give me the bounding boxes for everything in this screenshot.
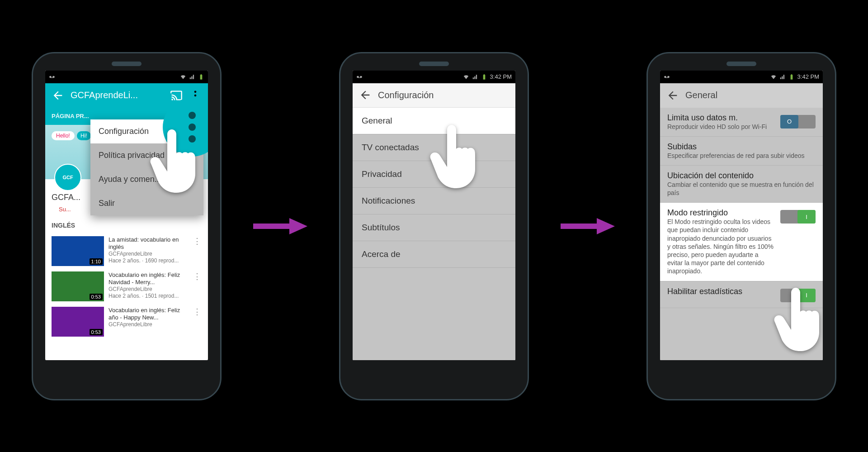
back-button[interactable]: [666, 89, 679, 102]
switch-restricted-mode[interactable]: I: [780, 210, 816, 224]
settings-list: General TV conectadas Privacidad Notific…: [353, 108, 515, 360]
setting-description: Especificar preferencias de red para sub…: [667, 152, 816, 160]
app-bar: General: [660, 83, 823, 108]
screen-1: GCFAprendeLi... PÁGINA PR... Hello! Hi! …: [45, 71, 208, 360]
video-thumbnail: 1:10: [52, 236, 104, 266]
battery-icon: [788, 74, 795, 80]
appbar-title: GCFAprendeLi...: [71, 90, 164, 100]
back-button[interactable]: [359, 89, 372, 101]
signal-icon: [189, 74, 195, 80]
battery-icon: [198, 74, 204, 80]
video-overflow[interactable]: ⋮: [193, 236, 202, 246]
signal-icon: [472, 74, 478, 80]
status-bar: [45, 71, 208, 83]
setting-uploads[interactable]: Subidas Especificar preferencias de red …: [660, 137, 823, 166]
video-overflow[interactable]: ⋮: [193, 271, 202, 281]
video-title: La amistad: vocabulario en inglés: [108, 236, 188, 251]
video-item[interactable]: 0:53 Vocabulario en inglés: Feliz Navida…: [45, 269, 208, 304]
video-duration: 0:53: [90, 294, 103, 300]
menu-item-help[interactable]: Ayuda y comen...: [90, 167, 203, 191]
flow-arrow-icon: [253, 217, 307, 235]
status-time: 3:42 PM: [490, 73, 512, 80]
screen-3: 3:42 PM General Limita uso datos m. Repr…: [660, 71, 823, 360]
setting-limit-data[interactable]: Limita uso datos m. Reproducir video HD …: [660, 108, 823, 137]
setting-restricted-mode[interactable]: Modo restringido El Modo restringido ocu…: [660, 203, 823, 281]
phone-earpiece: [112, 62, 142, 66]
video-duration: 1:10: [90, 258, 103, 265]
setting-title: Habilitar estadísticas: [667, 287, 775, 296]
video-meta: Vocabulario en inglés: Feliz Navidad - M…: [108, 271, 188, 300]
setting-description: Cambiar el contenido que se muestra en f…: [667, 181, 816, 197]
svg-point-1: [194, 94, 197, 96]
video-title: Vocabulario en inglés: Feliz año - Happy…: [108, 307, 188, 322]
general-settings-list: Limita uso datos m. Reproducir video HD …: [660, 108, 823, 360]
video-stats: Hace 2 años. · 1690 reprod...: [108, 257, 188, 264]
app-bar: Configuración: [353, 83, 515, 108]
menu-item-exit[interactable]: Salir: [90, 191, 203, 215]
banner-bubble-hi: Hi!: [77, 131, 91, 140]
battery-icon: [481, 74, 487, 80]
status-time: 3:42 PM: [797, 73, 819, 80]
phone-earpiece: [726, 62, 756, 66]
section-header: INGLÉS: [45, 217, 208, 233]
settings-item-subtitles[interactable]: Subtítulos: [353, 214, 515, 241]
status-bar: 3:42 PM: [353, 71, 515, 83]
video-thumbnail: 0:53: [52, 271, 104, 301]
voicemail-icon: [49, 74, 55, 80]
video-overflow[interactable]: ⋮: [193, 307, 202, 317]
settings-item-tv[interactable]: TV conectadas: [353, 134, 515, 161]
phone-2: 3:42 PM Configuración General TV conecta…: [339, 52, 529, 400]
phone-earpiece: [419, 62, 449, 66]
settings-item-notifications[interactable]: Notificaciones: [353, 188, 515, 214]
video-channel: GCFAprendeLibre: [108, 321, 188, 328]
video-meta: Vocabulario en inglés: Feliz año - Happy…: [108, 307, 188, 328]
video-meta: La amistad: vocabulario en inglés GCFApr…: [108, 236, 188, 265]
banner-bubble-hello: Hello!: [52, 131, 75, 140]
setting-description: Reproducir video HD solo por Wi-Fi: [667, 123, 775, 131]
flow-arrow-icon: [561, 217, 615, 235]
switch-limit-data[interactable]: O: [780, 115, 816, 128]
setting-title: Modo restringido: [667, 208, 775, 218]
signal-icon: [779, 74, 786, 80]
svg-point-0: [194, 90, 197, 93]
setting-title: Limita uso datos m.: [667, 113, 775, 123]
video-channel: GCFAprendeLibre: [108, 251, 188, 257]
settings-item-about[interactable]: Acerca de: [353, 241, 515, 268]
settings-item-general[interactable]: General: [353, 108, 515, 134]
screen-2: 3:42 PM Configuración General TV conecta…: [353, 71, 515, 360]
arrow-left-icon: [52, 89, 64, 102]
channel-avatar[interactable]: GCF: [54, 164, 81, 191]
wifi-icon: [180, 74, 186, 80]
setting-title: Subidas: [667, 142, 816, 152]
switch-knob: O: [780, 115, 798, 128]
video-duration: 0:53: [90, 329, 103, 335]
video-item[interactable]: 1:10 La amistad: vocabulario en inglés G…: [45, 233, 208, 269]
switch-knob: I: [797, 210, 816, 224]
wifi-icon: [770, 74, 777, 80]
appbar-title: General: [685, 90, 816, 100]
video-stats: Hace 2 años. · 1501 reprod...: [108, 293, 188, 300]
video-title: Vocabulario en inglés: Feliz Navidad - M…: [108, 271, 188, 286]
phone-3: 3:42 PM General Limita uso datos m. Repr…: [646, 52, 836, 400]
voicemail-icon: [664, 74, 670, 80]
switch-enable-stats[interactable]: I: [780, 289, 816, 302]
phone-1: GCFAprendeLi... PÁGINA PR... Hello! Hi! …: [32, 52, 222, 400]
wifi-icon: [463, 74, 469, 80]
voicemail-icon: [356, 74, 363, 80]
appbar-title: Configuración: [378, 90, 509, 100]
tab-home[interactable]: PÁGINA PR...: [52, 113, 89, 119]
arrow-left-icon: [359, 89, 372, 101]
video-item[interactable]: 0:53 Vocabulario en inglés: Feliz año - …: [45, 304, 208, 339]
video-thumbnail: 0:53: [52, 307, 104, 337]
video-channel: GCFAprendeLibre: [108, 286, 188, 293]
status-bar: 3:42 PM: [660, 71, 823, 83]
back-button[interactable]: [52, 89, 64, 102]
switch-knob: I: [797, 289, 816, 302]
setting-description: El Modo restringido oculta los videos qu…: [667, 218, 775, 275]
arrow-left-icon: [666, 89, 679, 102]
settings-item-privacy[interactable]: Privacidad: [353, 161, 515, 188]
setting-title: Ubicación del contenido: [667, 171, 816, 181]
setting-enable-stats[interactable]: Habilitar estadísticas I: [660, 281, 823, 308]
setting-content-location[interactable]: Ubicación del contenido Cambiar el conte…: [660, 166, 823, 203]
